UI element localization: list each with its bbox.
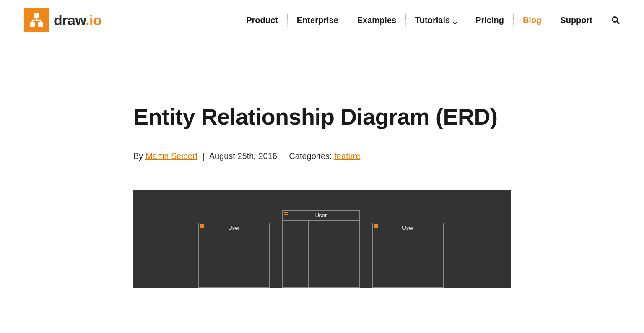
nav-enterprise[interactable]: Enterprise <box>297 16 338 25</box>
erd-entity-title: User <box>402 225 413 231</box>
meta-by-label: By <box>133 151 145 161</box>
category-link[interactable]: feature <box>334 151 360 161</box>
erd-entity-body <box>283 221 359 287</box>
erd-entity-body <box>373 233 443 288</box>
erd-entity-middle: User <box>282 210 360 288</box>
author-link[interactable]: Martin Seibert <box>145 151 198 161</box>
meta-separator: | <box>280 151 287 161</box>
entity-marker-icon <box>200 224 204 228</box>
site-header: draw.io Product Enterprise Examples Tuto… <box>8 0 636 40</box>
nav-support[interactable]: Support <box>560 16 592 25</box>
nav-product[interactable]: Product <box>246 16 278 25</box>
svg-rect-1 <box>30 22 35 27</box>
entity-marker-icon <box>284 212 288 215</box>
meta-separator: | <box>200 151 207 161</box>
erd-entity-header: User <box>373 223 443 233</box>
svg-rect-0 <box>34 13 39 18</box>
search-button[interactable] <box>611 16 620 24</box>
nav-blog[interactable]: Blog <box>523 16 541 25</box>
article-meta: By Martin Seibert | August 25th, 2016 | … <box>133 151 511 161</box>
erd-entity-body <box>199 233 269 288</box>
article: Entity Relationship Diagram (ERD) By Mar… <box>133 40 511 288</box>
erd-entity-header: User <box>283 211 359 221</box>
nav-examples[interactable]: Examples <box>357 16 396 25</box>
logo-mark-icon <box>24 8 49 32</box>
logo-text-part1: draw <box>54 12 86 28</box>
nav-tutorials[interactable]: Tutorials <box>415 16 457 25</box>
logo-text-part2: io <box>89 12 101 28</box>
erd-entity-left: User <box>198 223 270 288</box>
entity-marker-icon <box>374 224 378 228</box>
erd-entity-title: User <box>228 225 239 231</box>
chevron-down-icon <box>452 18 457 22</box>
erd-entity-title: User <box>315 212 327 219</box>
article-title: Entity Relationship Diagram (ERD) <box>133 103 511 131</box>
logo[interactable]: draw.io <box>24 8 101 32</box>
meta-categories-label: Categories: <box>289 151 334 161</box>
nav-pricing[interactable]: Pricing <box>475 16 504 25</box>
svg-rect-2 <box>38 22 43 27</box>
hero-image: User User U <box>133 190 511 288</box>
search-icon <box>611 16 620 24</box>
nav-tutorials-label: Tutorials <box>415 16 450 25</box>
meta-date: August 25th, 2016 <box>209 151 277 161</box>
erd-entity-header: User <box>199 223 269 233</box>
erd-entity-right: User <box>372 223 444 288</box>
main-nav: Product Enterprise Examples Tutorials Pr… <box>237 14 620 26</box>
logo-text-dot: . <box>86 12 89 28</box>
svg-line-4 <box>617 21 619 23</box>
logo-text: draw.io <box>54 12 101 29</box>
